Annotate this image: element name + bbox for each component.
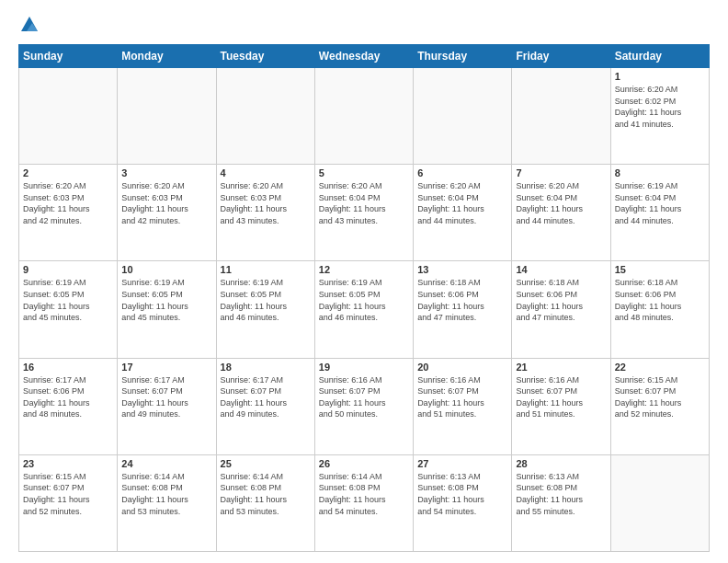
day-number: 14 <box>516 264 606 275</box>
calendar-table: SundayMondayTuesdayWednesdayThursdayFrid… <box>18 44 710 552</box>
day-cell: 13Sunrise: 6:18 AM Sunset: 6:06 PM Dayli… <box>414 261 512 358</box>
day-cell: 20Sunrise: 6:16 AM Sunset: 6:07 PM Dayli… <box>414 358 512 454</box>
day-cell: 8Sunrise: 6:19 AM Sunset: 6:04 PM Daylig… <box>610 165 709 261</box>
day-info: Sunrise: 6:20 AM Sunset: 6:04 PM Dayligh… <box>516 180 606 226</box>
day-cell: 11Sunrise: 6:19 AM Sunset: 6:05 PM Dayli… <box>216 261 314 358</box>
day-info: Sunrise: 6:14 AM Sunset: 6:08 PM Dayligh… <box>319 471 409 517</box>
day-number: 9 <box>23 264 113 275</box>
day-number: 17 <box>121 362 211 373</box>
header <box>18 15 710 35</box>
day-number: 8 <box>615 167 705 178</box>
week-row-3: 16Sunrise: 6:17 AM Sunset: 6:06 PM Dayli… <box>19 358 710 454</box>
day-cell <box>19 68 118 165</box>
week-row-4: 23Sunrise: 6:15 AM Sunset: 6:07 PM Dayli… <box>19 454 710 551</box>
day-number: 18 <box>221 362 311 373</box>
day-info: Sunrise: 6:14 AM Sunset: 6:08 PM Dayligh… <box>121 471 211 517</box>
day-cell: 6Sunrise: 6:20 AM Sunset: 6:04 PM Daylig… <box>414 165 512 261</box>
day-number: 27 <box>417 458 507 469</box>
day-cell: 16Sunrise: 6:17 AM Sunset: 6:06 PM Dayli… <box>19 358 118 454</box>
day-cell <box>512 68 610 165</box>
day-number: 7 <box>516 167 606 178</box>
day-info: Sunrise: 6:16 AM Sunset: 6:07 PM Dayligh… <box>417 374 507 420</box>
day-info: Sunrise: 6:20 AM Sunset: 6:03 PM Dayligh… <box>23 180 113 226</box>
day-number: 28 <box>516 458 606 469</box>
day-number: 1 <box>615 71 705 82</box>
day-cell <box>610 454 709 551</box>
day-info: Sunrise: 6:17 AM Sunset: 6:07 PM Dayligh… <box>121 374 211 420</box>
day-cell: 12Sunrise: 6:19 AM Sunset: 6:05 PM Dayli… <box>314 261 413 358</box>
day-info: Sunrise: 6:20 AM Sunset: 6:02 PM Dayligh… <box>615 84 705 130</box>
day-info: Sunrise: 6:20 AM Sunset: 6:03 PM Dayligh… <box>221 180 311 226</box>
day-cell: 19Sunrise: 6:16 AM Sunset: 6:07 PM Dayli… <box>314 358 413 454</box>
day-info: Sunrise: 6:19 AM Sunset: 6:05 PM Dayligh… <box>23 277 113 323</box>
week-row-1: 2Sunrise: 6:20 AM Sunset: 6:03 PM Daylig… <box>19 165 710 261</box>
day-cell: 17Sunrise: 6:17 AM Sunset: 6:07 PM Dayli… <box>118 358 216 454</box>
day-info: Sunrise: 6:17 AM Sunset: 6:06 PM Dayligh… <box>23 374 113 420</box>
day-cell <box>216 68 314 165</box>
day-number: 2 <box>23 167 113 178</box>
day-number: 11 <box>221 264 311 275</box>
col-header-monday: Monday <box>118 45 216 68</box>
day-info: Sunrise: 6:18 AM Sunset: 6:06 PM Dayligh… <box>615 277 705 323</box>
day-cell: 24Sunrise: 6:14 AM Sunset: 6:08 PM Dayli… <box>118 454 216 551</box>
day-cell: 1Sunrise: 6:20 AM Sunset: 6:02 PM Daylig… <box>610 68 709 165</box>
day-number: 23 <box>23 458 113 469</box>
day-number: 20 <box>417 362 507 373</box>
day-info: Sunrise: 6:20 AM Sunset: 6:03 PM Dayligh… <box>121 180 211 226</box>
col-header-saturday: Saturday <box>610 45 709 68</box>
day-info: Sunrise: 6:19 AM Sunset: 6:04 PM Dayligh… <box>615 180 705 226</box>
day-cell: 9Sunrise: 6:19 AM Sunset: 6:05 PM Daylig… <box>19 261 118 358</box>
day-number: 3 <box>121 167 211 178</box>
day-info: Sunrise: 6:15 AM Sunset: 6:07 PM Dayligh… <box>23 471 113 517</box>
day-cell: 5Sunrise: 6:20 AM Sunset: 6:04 PM Daylig… <box>314 165 413 261</box>
col-header-wednesday: Wednesday <box>314 45 413 68</box>
day-info: Sunrise: 6:20 AM Sunset: 6:04 PM Dayligh… <box>319 180 409 226</box>
week-row-2: 9Sunrise: 6:19 AM Sunset: 6:05 PM Daylig… <box>19 261 710 358</box>
day-cell: 14Sunrise: 6:18 AM Sunset: 6:06 PM Dayli… <box>512 261 610 358</box>
day-cell: 28Sunrise: 6:13 AM Sunset: 6:08 PM Dayli… <box>512 454 610 551</box>
day-info: Sunrise: 6:13 AM Sunset: 6:08 PM Dayligh… <box>417 471 507 517</box>
day-cell <box>414 68 512 165</box>
day-cell: 7Sunrise: 6:20 AM Sunset: 6:04 PM Daylig… <box>512 165 610 261</box>
day-cell: 25Sunrise: 6:14 AM Sunset: 6:08 PM Dayli… <box>216 454 314 551</box>
col-header-friday: Friday <box>512 45 610 68</box>
day-info: Sunrise: 6:14 AM Sunset: 6:08 PM Dayligh… <box>221 471 311 517</box>
day-number: 12 <box>319 264 409 275</box>
day-cell: 22Sunrise: 6:15 AM Sunset: 6:07 PM Dayli… <box>610 358 709 454</box>
day-cell: 10Sunrise: 6:19 AM Sunset: 6:05 PM Dayli… <box>118 261 216 358</box>
col-header-thursday: Thursday <box>414 45 512 68</box>
day-number: 22 <box>615 362 705 373</box>
day-info: Sunrise: 6:15 AM Sunset: 6:07 PM Dayligh… <box>615 374 705 420</box>
logo-icon <box>19 15 40 35</box>
logo <box>18 15 40 35</box>
day-cell: 21Sunrise: 6:16 AM Sunset: 6:07 PM Dayli… <box>512 358 610 454</box>
day-info: Sunrise: 6:18 AM Sunset: 6:06 PM Dayligh… <box>417 277 507 323</box>
day-number: 5 <box>319 167 409 178</box>
day-cell: 4Sunrise: 6:20 AM Sunset: 6:03 PM Daylig… <box>216 165 314 261</box>
day-cell <box>118 68 216 165</box>
day-cell: 2Sunrise: 6:20 AM Sunset: 6:03 PM Daylig… <box>19 165 118 261</box>
week-row-0: 1Sunrise: 6:20 AM Sunset: 6:02 PM Daylig… <box>19 68 710 165</box>
day-number: 26 <box>319 458 409 469</box>
day-number: 24 <box>121 458 211 469</box>
calendar-header-row: SundayMondayTuesdayWednesdayThursdayFrid… <box>19 45 710 68</box>
day-info: Sunrise: 6:16 AM Sunset: 6:07 PM Dayligh… <box>319 374 409 420</box>
day-info: Sunrise: 6:19 AM Sunset: 6:05 PM Dayligh… <box>221 277 311 323</box>
page: SundayMondayTuesdayWednesdayThursdayFrid… <box>0 0 728 563</box>
day-number: 10 <box>121 264 211 275</box>
day-cell: 3Sunrise: 6:20 AM Sunset: 6:03 PM Daylig… <box>118 165 216 261</box>
day-info: Sunrise: 6:16 AM Sunset: 6:07 PM Dayligh… <box>516 374 606 420</box>
day-cell: 26Sunrise: 6:14 AM Sunset: 6:08 PM Dayli… <box>314 454 413 551</box>
day-number: 16 <box>23 362 113 373</box>
day-info: Sunrise: 6:13 AM Sunset: 6:08 PM Dayligh… <box>516 471 606 517</box>
col-header-tuesday: Tuesday <box>216 45 314 68</box>
day-number: 19 <box>319 362 409 373</box>
day-info: Sunrise: 6:19 AM Sunset: 6:05 PM Dayligh… <box>121 277 211 323</box>
day-cell: 27Sunrise: 6:13 AM Sunset: 6:08 PM Dayli… <box>414 454 512 551</box>
day-number: 25 <box>221 458 311 469</box>
col-header-sunday: Sunday <box>19 45 118 68</box>
day-info: Sunrise: 6:20 AM Sunset: 6:04 PM Dayligh… <box>417 180 507 226</box>
day-info: Sunrise: 6:17 AM Sunset: 6:07 PM Dayligh… <box>221 374 311 420</box>
day-number: 15 <box>615 264 705 275</box>
day-info: Sunrise: 6:18 AM Sunset: 6:06 PM Dayligh… <box>516 277 606 323</box>
